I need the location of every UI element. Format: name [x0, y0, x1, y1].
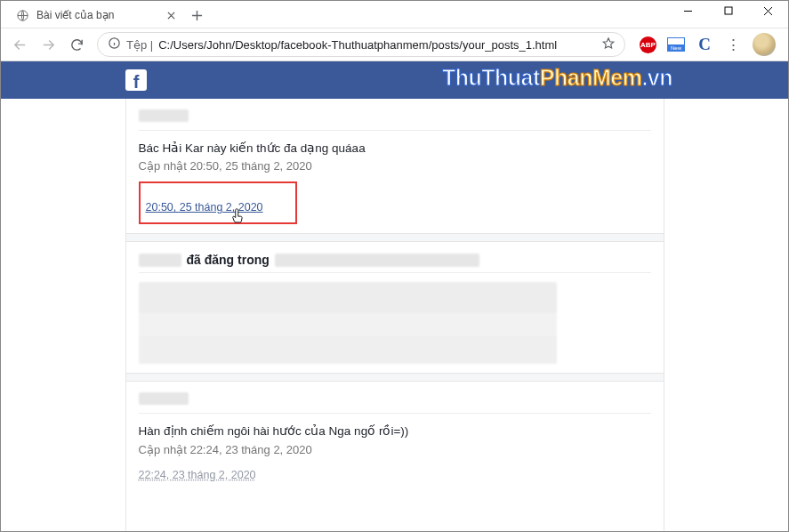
close-tab-icon[interactable]: [165, 9, 177, 21]
post-updated-label: Cập nhật 22:24, 23 tháng 2, 2020: [139, 443, 651, 456]
post-separator: [126, 373, 664, 382]
svg-rect-1: [725, 7, 732, 14]
window-controls: [668, 1, 788, 20]
browser-toolbar: Tệp | C:/Users/John/Desktop/facebook-Thu…: [1, 28, 788, 61]
post-timestamp-link[interactable]: 20:50, 25 tháng 2, 2020: [146, 201, 263, 214]
site-watermark: ThuThuatPhanMem.vn: [442, 65, 672, 91]
address-prefix: Tệp |: [126, 38, 153, 52]
forward-button[interactable]: [35, 31, 61, 58]
author-name-redacted: [139, 109, 189, 122]
post-text: Hàn định chiếm ngôi hài hước của Nga ngố…: [139, 423, 651, 440]
post-text: Bác Hải Kar này kiến thức đa dạng quáaa: [139, 140, 651, 157]
author-name-redacted: [139, 392, 189, 405]
maximize-button[interactable]: [708, 1, 748, 20]
posts-feed: Bác Hải Kar này kiến thức đa dạng quáaa …: [125, 99, 664, 531]
minimize-button[interactable]: [668, 1, 708, 20]
address-bar[interactable]: Tệp | C:/Users/John/Desktop/facebook-Thu…: [97, 32, 625, 57]
post-updated-label: Cập nhật 20:50, 25 tháng 2, 2020: [139, 159, 651, 173]
bookmark-star-icon[interactable]: [601, 36, 616, 53]
reload-button[interactable]: [63, 31, 90, 58]
pointer-cursor-icon: [229, 206, 246, 226]
close-window-button[interactable]: [748, 1, 788, 20]
browser-tab-active[interactable]: Bài viết của bạn: [6, 3, 184, 28]
extensions-area: ABP C ⋮: [632, 33, 783, 56]
post-timestamp-link[interactable]: 22:24, 23 tháng 2, 2020: [139, 469, 256, 481]
window-titlebar: Bài viết của bạn: [1, 1, 788, 28]
post-header: đã đăng trong: [139, 253, 651, 267]
group-name-redacted: [275, 254, 479, 267]
extension-icon[interactable]: [667, 37, 685, 52]
adblock-extension-icon[interactable]: ABP: [640, 36, 656, 53]
divider: [139, 413, 651, 414]
globe-icon: [15, 8, 29, 22]
post-separator: [126, 233, 664, 242]
tab-strip: Bài viết của bạn: [1, 1, 668, 28]
site-info-icon[interactable]: [107, 36, 121, 52]
post-item: Hàn định chiếm ngôi hài hước của Nga ngố…: [126, 382, 664, 489]
post-item: Bác Hải Kar này kiến thức đa dạng quáaa …: [126, 99, 664, 233]
post-item: đã đăng trong: [126, 242, 664, 373]
facebook-logo-icon[interactable]: f: [125, 69, 147, 91]
tab-title: Bài viết của bạn: [36, 9, 157, 21]
back-button[interactable]: [6, 31, 33, 58]
new-tab-button[interactable]: [184, 3, 209, 28]
facebook-header: f ThuThuatPhanMem.vn: [1, 61, 788, 99]
author-name-redacted: [139, 254, 181, 267]
post-body-redacted: [139, 282, 557, 364]
divider: [139, 272, 651, 273]
post-action-label: đã đăng trong: [187, 253, 270, 267]
profile-avatar[interactable]: [753, 33, 776, 56]
address-path: C:/Users/John/Desktop/facebook-Thuthuatp…: [158, 38, 596, 52]
divider: [139, 130, 651, 131]
page-viewport: f ThuThuatPhanMem.vn Bác Hải Kar này kiế…: [1, 61, 788, 531]
extension-c-icon[interactable]: C: [696, 35, 713, 54]
highlight-box: 20:50, 25 tháng 2, 2020: [139, 181, 297, 224]
browser-menu-button[interactable]: ⋮: [724, 36, 742, 54]
